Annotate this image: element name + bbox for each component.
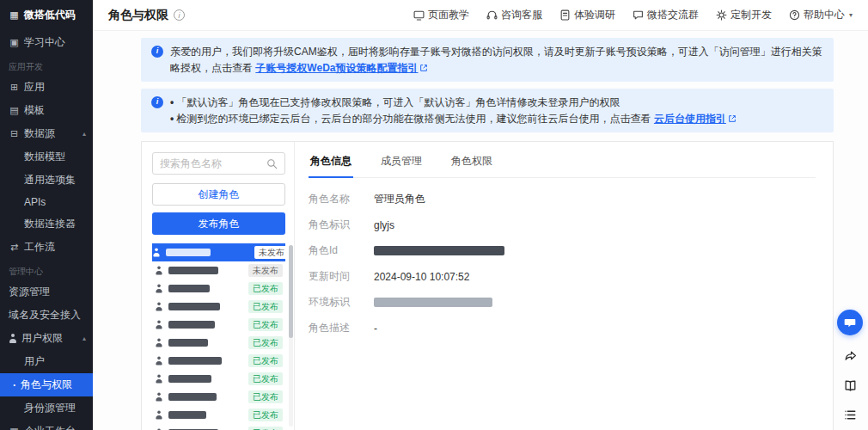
- action-label: 页面教学: [428, 8, 469, 22]
- sidebar-item-label: 域名及安全接入: [9, 308, 81, 322]
- role-list-item[interactable]: 已发布: [152, 334, 285, 352]
- sidebar-item-label: 用户: [24, 354, 45, 369]
- role-status-badge: 已发布: [248, 427, 283, 430]
- sidebar-item-apps[interactable]: ⊞ 应用: [0, 76, 93, 99]
- action-label: 定制开发: [730, 8, 772, 22]
- role-list-item[interactable]: 已发布: [152, 406, 285, 424]
- topbar-action-help-center[interactable]: 帮助中心 ▾: [789, 8, 853, 22]
- tab-role-info[interactable]: 角色信息: [309, 147, 353, 178]
- sidebar-item-workflow[interactable]: ⇄ 工作流: [0, 236, 93, 259]
- sidebar-item-label: 数据源: [24, 126, 55, 141]
- title-info-icon[interactable]: [174, 9, 185, 21]
- field-label: 角色名称: [309, 192, 374, 206]
- cloudbase-guide-link[interactable]: 云后台使用指引: [654, 113, 726, 125]
- info-icon: [151, 96, 163, 108]
- field-value: glyjs: [374, 219, 394, 231]
- sidebar-item-user-permissions[interactable]: 用户权限 ▴: [0, 327, 93, 350]
- create-role-button[interactable]: 创建角色: [152, 183, 285, 206]
- field-value: 2024-09-10 10:07:52: [374, 271, 469, 283]
- field-value: 管理员角色: [374, 192, 425, 206]
- search-icon[interactable]: [266, 158, 278, 169]
- sidebar-item-data-connectors[interactable]: 数据连接器: [0, 212, 93, 236]
- sidebar-item-label: 用户权限: [21, 331, 63, 346]
- sidebar-item-domain-security[interactable]: 域名及安全接入: [0, 304, 93, 327]
- list-icon: [843, 408, 858, 422]
- sidebar-item-roles-permissions[interactable]: 角色与权限: [0, 373, 93, 396]
- roles-scrollbar-track: [289, 245, 293, 427]
- role-status-badge: 未发布: [254, 246, 285, 259]
- topbar-actions: 页面教学 咨询客服 体验调研 微搭交流群 定制开发 帮助中心 ▾: [413, 8, 853, 22]
- sidebar-item-learning-center[interactable]: ▣ 学习中心: [0, 31, 93, 54]
- topbar-action-page-tutorial[interactable]: 页面教学: [413, 8, 469, 22]
- role-list-item[interactable]: 已发布: [152, 370, 285, 388]
- page-title: 角色与权限: [108, 8, 168, 23]
- sidebar-item-apis[interactable]: APIs: [0, 192, 93, 212]
- role-name-redacted: [168, 303, 220, 310]
- cam-policy-guide-link[interactable]: 子账号授权WeDa预设策略配置指引: [255, 62, 418, 74]
- role-list-item[interactable]: 已发布: [152, 388, 285, 406]
- sidebar-item-templates[interactable]: ▤ 模板: [0, 99, 93, 122]
- handbook-button[interactable]: [841, 377, 859, 394]
- action-label: 微搭交流群: [647, 8, 699, 22]
- learning-icon: ▣: [9, 37, 20, 48]
- role-info-fields: 角色名称 管理员角色 角色标识 glyjs 角色Id 更新时间 2024-09-…: [309, 192, 816, 335]
- role-user-icon: [156, 285, 163, 293]
- tab-role-permissions[interactable]: 角色权限: [449, 147, 494, 177]
- info-icon: [151, 46, 163, 58]
- role-name-redacted: [168, 285, 210, 292]
- field-row-role-description: 角色描述 -: [309, 321, 816, 335]
- role-list-item[interactable]: 已发布: [152, 316, 285, 334]
- sidebar-item-label: APIs: [24, 196, 46, 208]
- role-name-redacted: [168, 411, 206, 419]
- sidebar-item-identity-sources[interactable]: 身份源管理: [0, 396, 93, 420]
- sidebar-item-resource-management[interactable]: 资源管理: [0, 280, 93, 304]
- role-list-item[interactable]: 已发布: [152, 280, 285, 298]
- publish-role-button[interactable]: 发布角色: [152, 212, 285, 235]
- role-name-redacted: [168, 375, 211, 383]
- sidebar-item-data-sources[interactable]: ⊟ 数据源 ▴: [0, 122, 93, 145]
- person-icon: [9, 334, 17, 343]
- app-name: 微搭低代码: [24, 8, 76, 22]
- role-status-badge: 已发布: [248, 282, 283, 295]
- banner-text-wrap: 「默认访客」角色现在已支持修改权限策略，可进入「默认访客」角色详情修改未登录用户…: [170, 95, 737, 126]
- roles-scrollbar-thumb[interactable]: [289, 245, 293, 338]
- role-name-redacted: [168, 267, 218, 274]
- notice-line-2-text: 检测到您的环境已绑定云后台，云后台的部分功能在微搭侧无法使用，建议您前往云后台使…: [177, 113, 651, 125]
- role-search-box: [152, 152, 285, 175]
- role-search-input[interactable]: [160, 157, 261, 169]
- topbar-action-survey[interactable]: 体验调研: [559, 8, 615, 22]
- role-list-item[interactable]: 已发布: [152, 352, 285, 370]
- topbar-action-chat-group[interactable]: 微搭交流群: [633, 8, 699, 22]
- app-logo[interactable]: ▦ 微搭低代码: [0, 0, 93, 31]
- tab-member-management[interactable]: 成员管理: [379, 147, 424, 177]
- role-list: 未发布 未发布 已发布 已发布: [152, 243, 285, 430]
- role-name-redacted: [168, 393, 217, 401]
- chevron-down-icon: ▾: [849, 11, 853, 19]
- role-list-item[interactable]: 已发布: [152, 298, 285, 316]
- sidebar-section-management: 管理中心: [0, 259, 93, 280]
- action-label: 帮助中心: [804, 8, 845, 22]
- floating-toolbar: [837, 310, 863, 423]
- role-list-item[interactable]: 未发布: [152, 261, 285, 280]
- field-row-role-id: 角色Id: [309, 243, 816, 258]
- topbar-action-custom-dev[interactable]: 定制开发: [716, 8, 772, 22]
- sidebar-item-enterprise-workbench[interactable]: ▦ 企业工作台: [0, 420, 93, 430]
- role-list-item-selected[interactable]: 未发布: [152, 243, 285, 261]
- sidebar-item-users[interactable]: 用户: [0, 350, 93, 373]
- role-list-item[interactable]: 已发布: [152, 424, 285, 430]
- customer-service-fab[interactable]: [837, 310, 863, 335]
- banner-cam-upgrade: 亲爱的用户，我们即将升级CAM鉴权，届时将影响存量子账号对微搭的访问权限，请及时…: [141, 38, 834, 82]
- share-button[interactable]: [841, 347, 859, 365]
- main-area: 角色与权限 页面教学 咨询客服 体验调研 微搭交流群 定制开发: [93, 0, 868, 430]
- roles-panel: 创建角色 发布角色 未发布 未发布: [142, 142, 295, 430]
- role-name-redacted: [168, 339, 208, 347]
- sidebar-item-label: 学习中心: [24, 35, 65, 50]
- action-label: 咨询客服: [501, 8, 542, 22]
- sidebar-item-label: 数据连接器: [24, 217, 76, 231]
- sidebar-item-data-models[interactable]: 数据模型: [0, 145, 93, 169]
- field-row-env-id: 环境标识: [309, 295, 816, 310]
- topbar-action-customer-service[interactable]: 咨询客服: [486, 8, 542, 22]
- sidebar-item-option-sets[interactable]: 通用选项集: [0, 169, 93, 192]
- template-icon: ▤: [9, 105, 20, 116]
- menu-button[interactable]: [841, 406, 859, 423]
